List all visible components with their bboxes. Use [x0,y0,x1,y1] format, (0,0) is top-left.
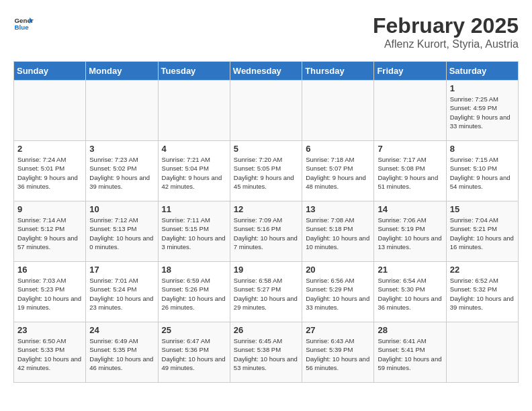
col-wednesday: Wednesday [230,62,302,81]
day-number: 20 [306,265,370,275]
table-row: 28Sunrise: 6:41 AM Sunset: 5:41 PM Dayli… [374,322,446,383]
table-row: 18Sunrise: 6:59 AM Sunset: 5:26 PM Dayli… [158,262,230,322]
day-info: Sunrise: 6:52 AM Sunset: 5:32 PM Dayligh… [450,276,515,312]
table-row [230,81,302,141]
day-number: 9 [17,204,82,214]
day-info: Sunrise: 7:11 AM Sunset: 5:15 PM Dayligh… [162,216,226,251]
table-row: 26Sunrise: 6:45 AM Sunset: 5:38 PM Dayli… [230,322,302,383]
day-number: 11 [162,204,226,214]
day-number: 26 [234,325,298,335]
table-row: 4Sunrise: 7:21 AM Sunset: 5:04 PM Daylig… [158,141,230,201]
calendar-week-row: 16Sunrise: 7:03 AM Sunset: 5:23 PM Dayli… [14,262,519,322]
day-info: Sunrise: 6:54 AM Sunset: 5:30 PM Dayligh… [378,276,442,312]
day-info: Sunrise: 6:50 AM Sunset: 5:33 PM Dayligh… [17,336,82,372]
day-info: Sunrise: 6:43 AM Sunset: 5:39 PM Dayligh… [306,336,370,372]
day-info: Sunrise: 6:45 AM Sunset: 5:38 PM Dayligh… [234,336,298,372]
day-number: 5 [234,144,298,154]
table-row: 10Sunrise: 7:12 AM Sunset: 5:13 PM Dayli… [86,201,158,262]
day-info: Sunrise: 7:24 AM Sunset: 5:01 PM Dayligh… [17,155,82,191]
table-row: 20Sunrise: 6:56 AM Sunset: 5:29 PM Dayli… [302,262,374,322]
table-row: 1Sunrise: 7:25 AM Sunset: 4:59 PM Daylig… [446,81,518,141]
col-tuesday: Tuesday [158,62,230,81]
day-info: Sunrise: 6:49 AM Sunset: 5:35 PM Dayligh… [89,336,154,372]
day-info: Sunrise: 7:04 AM Sunset: 5:21 PM Dayligh… [450,216,515,251]
day-number: 27 [306,325,370,335]
day-info: Sunrise: 7:03 AM Sunset: 5:23 PM Dayligh… [17,276,82,312]
table-row [446,322,518,383]
table-row [14,81,86,141]
day-info: Sunrise: 7:25 AM Sunset: 4:59 PM Dayligh… [450,95,515,130]
table-row: 27Sunrise: 6:43 AM Sunset: 5:39 PM Dayli… [302,322,374,383]
table-row: 16Sunrise: 7:03 AM Sunset: 5:23 PM Dayli… [14,262,86,322]
month-year: February 2025 [373,13,519,38]
day-info: Sunrise: 7:09 AM Sunset: 5:16 PM Dayligh… [234,216,298,251]
day-number: 7 [378,144,442,154]
day-number: 13 [306,204,370,214]
table-row: 13Sunrise: 7:08 AM Sunset: 5:18 PM Dayli… [302,201,374,262]
logo: General Blue [13,13,34,34]
svg-text:Blue: Blue [15,24,30,31]
table-row: 17Sunrise: 7:01 AM Sunset: 5:24 PM Dayli… [86,262,158,322]
page-header: General Blue February 2025 Aflenz Kurort… [13,13,519,50]
day-number: 25 [162,325,226,335]
day-info: Sunrise: 7:20 AM Sunset: 5:05 PM Dayligh… [234,155,298,191]
day-info: Sunrise: 7:01 AM Sunset: 5:24 PM Dayligh… [89,276,154,312]
calendar-week-row: 1Sunrise: 7:25 AM Sunset: 4:59 PM Daylig… [14,81,519,141]
day-info: Sunrise: 7:14 AM Sunset: 5:12 PM Dayligh… [17,216,82,251]
day-number: 17 [89,265,154,275]
table-row: 6Sunrise: 7:18 AM Sunset: 5:07 PM Daylig… [302,141,374,201]
day-info: Sunrise: 7:23 AM Sunset: 5:02 PM Dayligh… [89,155,154,191]
col-thursday: Thursday [302,62,374,81]
logo-icon: General Blue [13,13,34,34]
title-section: February 2025 Aflenz Kurort, Styria, Aus… [373,13,519,50]
day-info: Sunrise: 7:18 AM Sunset: 5:07 PM Dayligh… [306,155,370,191]
col-monday: Monday [86,62,158,81]
table-row: 19Sunrise: 6:58 AM Sunset: 5:27 PM Dayli… [230,262,302,322]
day-number: 14 [378,204,442,214]
table-row: 14Sunrise: 7:06 AM Sunset: 5:19 PM Dayli… [374,201,446,262]
day-info: Sunrise: 7:17 AM Sunset: 5:08 PM Dayligh… [378,155,442,191]
col-sunday: Sunday [14,62,86,81]
table-row: 7Sunrise: 7:17 AM Sunset: 5:08 PM Daylig… [374,141,446,201]
day-number: 24 [89,325,154,335]
day-info: Sunrise: 6:59 AM Sunset: 5:26 PM Dayligh… [162,276,226,312]
col-saturday: Saturday [446,62,518,81]
day-info: Sunrise: 7:21 AM Sunset: 5:04 PM Dayligh… [162,155,226,191]
table-row: 23Sunrise: 6:50 AM Sunset: 5:33 PM Dayli… [14,322,86,383]
table-row: 9Sunrise: 7:14 AM Sunset: 5:12 PM Daylig… [14,201,86,262]
day-number: 18 [162,265,226,275]
calendar-week-row: 23Sunrise: 6:50 AM Sunset: 5:33 PM Dayli… [14,322,519,383]
day-info: Sunrise: 6:56 AM Sunset: 5:29 PM Dayligh… [306,276,370,312]
calendar-week-row: 9Sunrise: 7:14 AM Sunset: 5:12 PM Daylig… [14,201,519,262]
location: Aflenz Kurort, Styria, Austria [373,38,519,50]
day-number: 16 [17,265,82,275]
day-number: 19 [234,265,298,275]
day-info: Sunrise: 6:41 AM Sunset: 5:41 PM Dayligh… [378,336,442,372]
calendar-week-row: 2Sunrise: 7:24 AM Sunset: 5:01 PM Daylig… [14,141,519,201]
table-row: 22Sunrise: 6:52 AM Sunset: 5:32 PM Dayli… [446,262,518,322]
table-row: 12Sunrise: 7:09 AM Sunset: 5:16 PM Dayli… [230,201,302,262]
table-row [302,81,374,141]
table-row [158,81,230,141]
day-number: 12 [234,204,298,214]
table-row: 3Sunrise: 7:23 AM Sunset: 5:02 PM Daylig… [86,141,158,201]
table-row [374,81,446,141]
table-row: 11Sunrise: 7:11 AM Sunset: 5:15 PM Dayli… [158,201,230,262]
table-row: 25Sunrise: 6:47 AM Sunset: 5:36 PM Dayli… [158,322,230,383]
col-friday: Friday [374,62,446,81]
day-info: Sunrise: 7:08 AM Sunset: 5:18 PM Dayligh… [306,216,370,251]
day-number: 23 [17,325,82,335]
table-row: 8Sunrise: 7:15 AM Sunset: 5:10 PM Daylig… [446,141,518,201]
day-number: 22 [450,265,515,275]
calendar-header-row: Sunday Monday Tuesday Wednesday Thursday… [14,62,519,81]
day-number: 21 [378,265,442,275]
calendar-table: Sunday Monday Tuesday Wednesday Thursday… [13,61,519,383]
table-row: 24Sunrise: 6:49 AM Sunset: 5:35 PM Dayli… [86,322,158,383]
day-number: 6 [306,144,370,154]
table-row: 15Sunrise: 7:04 AM Sunset: 5:21 PM Dayli… [446,201,518,262]
day-number: 15 [450,204,515,214]
day-info: Sunrise: 6:47 AM Sunset: 5:36 PM Dayligh… [162,336,226,372]
day-info: Sunrise: 6:58 AM Sunset: 5:27 PM Dayligh… [234,276,298,312]
table-row: 21Sunrise: 6:54 AM Sunset: 5:30 PM Dayli… [374,262,446,322]
table-row [86,81,158,141]
